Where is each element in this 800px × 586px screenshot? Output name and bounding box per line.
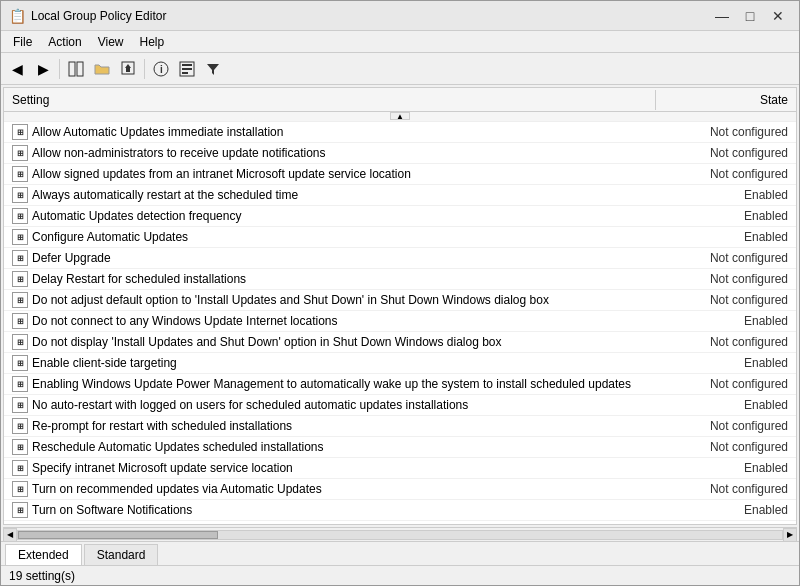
setting-label: Enable client-side targeting: [32, 356, 177, 370]
row-state-6: Not configured: [656, 249, 796, 267]
scroll-left-button[interactable]: ◀: [3, 528, 17, 542]
row-setting-8: ⊞Do not adjust default option to 'Instal…: [4, 290, 656, 310]
header-setting[interactable]: Setting: [4, 90, 656, 110]
setting-label: Do not display 'Install Updates and Shut…: [32, 335, 502, 349]
policy-icon: ⊞: [12, 397, 28, 413]
row-setting-11: ⊞Enable client-side targeting: [4, 353, 656, 373]
setting-label: Allow signed updates from an intranet Mi…: [32, 167, 411, 181]
folder-button[interactable]: [90, 57, 114, 81]
scroll-right-button[interactable]: ▶: [783, 528, 797, 542]
up-button[interactable]: [116, 57, 140, 81]
table-row[interactable]: ⊞Re-prompt for restart with scheduled in…: [4, 416, 796, 437]
menu-file[interactable]: File: [5, 33, 40, 51]
row-setting-5: ⊞Configure Automatic Updates: [4, 227, 656, 247]
row-state-4: Enabled: [656, 207, 796, 225]
show-hide-tree-button[interactable]: [64, 57, 88, 81]
svg-rect-0: [69, 62, 75, 76]
setting-label: Allow Automatic Updates immediate instal…: [32, 125, 283, 139]
setting-label: Re-prompt for restart with scheduled ins…: [32, 419, 292, 433]
table-row[interactable]: ⊞Allow Automatic Updates immediate insta…: [4, 122, 796, 143]
svg-rect-8: [182, 68, 192, 70]
table-row[interactable]: ⊞Allow signed updates from an intranet M…: [4, 164, 796, 185]
table-row[interactable]: ⊞Automatic Updates detection frequencyEn…: [4, 206, 796, 227]
forward-button[interactable]: ▶: [31, 57, 55, 81]
back-button[interactable]: ◀: [5, 57, 29, 81]
table-row[interactable]: ⊞Delay Restart for scheduled installatio…: [4, 269, 796, 290]
menu-help[interactable]: Help: [132, 33, 173, 51]
scrollbar-track[interactable]: [17, 530, 783, 540]
row-setting-7: ⊞Delay Restart for scheduled installatio…: [4, 269, 656, 289]
row-setting-2: ⊞Allow signed updates from an intranet M…: [4, 164, 656, 184]
policy-icon: ⊞: [12, 208, 28, 224]
row-setting-6: ⊞Defer Upgrade: [4, 248, 656, 268]
tab-standard[interactable]: Standard: [84, 544, 159, 565]
minimize-button[interactable]: —: [709, 6, 735, 26]
maximize-button[interactable]: □: [737, 6, 763, 26]
scroll-up-indicator[interactable]: ▲: [390, 112, 410, 120]
table-row[interactable]: ⊞Do not display 'Install Updates and Shu…: [4, 332, 796, 353]
window-title: Local Group Policy Editor: [31, 9, 709, 23]
policy-icon: ⊞: [12, 355, 28, 371]
tab-bar: Extended Standard: [1, 541, 799, 565]
table-row[interactable]: ⊞Reschedule Automatic Updates scheduled …: [4, 437, 796, 458]
setting-label: Delay Restart for scheduled installation…: [32, 272, 246, 286]
row-setting-15: ⊞Reschedule Automatic Updates scheduled …: [4, 437, 656, 457]
table-row[interactable]: ⊞Do not adjust default option to 'Instal…: [4, 290, 796, 311]
row-state-12: Not configured: [656, 375, 796, 393]
status-bar: 19 setting(s): [1, 565, 799, 585]
row-state-8: Not configured: [656, 291, 796, 309]
row-state-3: Enabled: [656, 186, 796, 204]
svg-rect-7: [182, 64, 192, 66]
menu-bar: File Action View Help: [1, 31, 799, 53]
setting-label: Configure Automatic Updates: [32, 230, 188, 244]
toolbar-separator-2: [144, 59, 145, 79]
table-row[interactable]: ⊞Specify intranet Microsoft update servi…: [4, 458, 796, 479]
table-row[interactable]: ⊞Always automatically restart at the sch…: [4, 185, 796, 206]
table-row[interactable]: ⊞Do not connect to any Windows Update In…: [4, 311, 796, 332]
policy-icon: ⊞: [12, 418, 28, 434]
main-window: 📋 Local Group Policy Editor — □ ✕ File A…: [0, 0, 800, 586]
setting-label: Do not connect to any Windows Update Int…: [32, 314, 338, 328]
table-row[interactable]: ⊞No auto-restart with logged on users fo…: [4, 395, 796, 416]
policy-icon: ⊞: [12, 229, 28, 245]
policy-table: Setting State ▲ ⊞Allow Automatic Updates…: [3, 87, 797, 525]
title-bar: 📋 Local Group Policy Editor — □ ✕: [1, 1, 799, 31]
setting-label: Do not adjust default option to 'Install…: [32, 293, 549, 307]
policy-icon: ⊞: [12, 124, 28, 140]
close-button[interactable]: ✕: [765, 6, 791, 26]
policy-icon: ⊞: [12, 313, 28, 329]
table-row[interactable]: ⊞Enable client-side targetingEnabled: [4, 353, 796, 374]
svg-rect-1: [77, 62, 83, 76]
table-row[interactable]: ⊞Allow non-administrators to receive upd…: [4, 143, 796, 164]
table-body: ⊞Allow Automatic Updates immediate insta…: [4, 122, 796, 524]
header-state[interactable]: State: [656, 90, 796, 110]
info-button[interactable]: i: [149, 57, 173, 81]
policy-icon: ⊞: [12, 166, 28, 182]
table-row[interactable]: ⊞Configure Automatic UpdatesEnabled: [4, 227, 796, 248]
policy-icon: ⊞: [12, 502, 28, 518]
horizontal-scrollbar[interactable]: ◀ ▶: [3, 527, 797, 541]
row-setting-0: ⊞Allow Automatic Updates immediate insta…: [4, 122, 656, 142]
row-setting-17: ⊞Turn on recommended updates via Automat…: [4, 479, 656, 499]
table-row[interactable]: ⊞Turn on Software NotificationsEnabled: [4, 500, 796, 521]
menu-view[interactable]: View: [90, 33, 132, 51]
properties-button[interactable]: [175, 57, 199, 81]
setting-label: Automatic Updates detection frequency: [32, 209, 241, 223]
row-setting-3: ⊞Always automatically restart at the sch…: [4, 185, 656, 205]
policy-icon: ⊞: [12, 460, 28, 476]
main-content: Setting State ▲ ⊞Allow Automatic Updates…: [1, 85, 799, 541]
row-state-2: Not configured: [656, 165, 796, 183]
table-row[interactable]: ⊞Enabling Windows Update Power Managemen…: [4, 374, 796, 395]
tab-extended[interactable]: Extended: [5, 544, 82, 566]
table-row[interactable]: ⊞Defer UpgradeNot configured: [4, 248, 796, 269]
setting-label: Enabling Windows Update Power Management…: [32, 377, 631, 391]
table-row[interactable]: ⊞Turn on recommended updates via Automat…: [4, 479, 796, 500]
row-setting-9: ⊞Do not connect to any Windows Update In…: [4, 311, 656, 331]
filter-button[interactable]: [201, 57, 225, 81]
menu-action[interactable]: Action: [40, 33, 89, 51]
svg-text:i: i: [160, 64, 163, 75]
scrollbar-thumb[interactable]: [18, 531, 218, 539]
toolbar-separator-1: [59, 59, 60, 79]
row-state-17: Not configured: [656, 480, 796, 498]
row-setting-18: ⊞Turn on Software Notifications: [4, 500, 656, 520]
